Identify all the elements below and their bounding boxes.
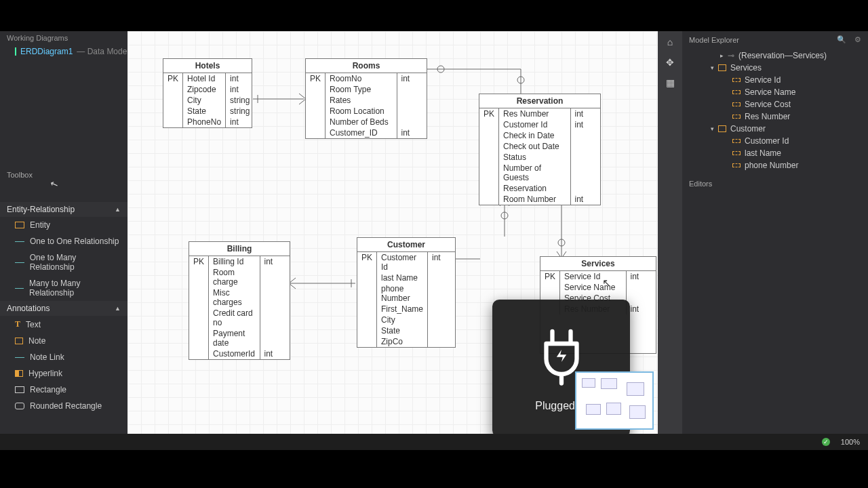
column-icon bbox=[732, 151, 741, 155]
entity-reservation[interactable]: Reservation PKRes NumberintCustomer Idin… bbox=[479, 94, 601, 205]
entity-columns: PKHotel IdintZipcodeintCitystringStatest… bbox=[163, 73, 254, 127]
column-icon bbox=[732, 78, 741, 82]
left-panel: Working Diagrams ERDDiagram1 — Data Mode… bbox=[0, 31, 127, 434]
tree-item-column[interactable]: Service Cost bbox=[686, 98, 864, 110]
palette-item[interactable]: Many to Many Relationship bbox=[0, 275, 127, 301]
palette-icon: T bbox=[15, 319, 20, 329]
entity-title: Reservation bbox=[479, 94, 600, 108]
column-icon bbox=[732, 102, 741, 106]
grid-icon[interactable]: ▦ bbox=[662, 75, 678, 91]
entity-columns: PKRoomNointRoom TypeRatesRoom LocationNu… bbox=[306, 73, 427, 138]
palette-icon bbox=[15, 403, 24, 409]
entity-title: Billing bbox=[189, 242, 290, 256]
palette-item[interactable]: Rectangle bbox=[0, 382, 127, 398]
column-icon bbox=[732, 139, 741, 143]
editors-header: Editors bbox=[682, 176, 868, 192]
palette-icon bbox=[15, 357, 24, 358]
tree-item-customer[interactable]: ▾ Customer bbox=[686, 123, 864, 135]
palette-label: Entity bbox=[30, 220, 50, 230]
palette-icon bbox=[15, 370, 23, 377]
tree-item-column[interactable]: phone Number bbox=[686, 159, 864, 171]
ann-group[interactable]: Annotations ▲ bbox=[0, 301, 127, 316]
tree-item-services[interactable]: ▾ Services bbox=[686, 62, 864, 74]
model-explorer-title: Model Explorer bbox=[689, 36, 739, 44]
palette-label: One to One Relationship bbox=[30, 237, 119, 246]
tree-label: phone Number bbox=[745, 161, 798, 170]
tree-item-column[interactable]: Res Number bbox=[686, 110, 864, 123]
column-icon bbox=[732, 115, 741, 119]
model-explorer-header: Model Explorer 🔍 ⚙ bbox=[682, 31, 868, 48]
palette-label: Note bbox=[28, 336, 45, 346]
tree-item-column[interactable]: Service Name bbox=[686, 86, 864, 98]
tree-label: Service Cost bbox=[745, 100, 791, 109]
diagram-tree-item[interactable]: ERDDiagram1 — Data Model1 bbox=[0, 45, 127, 58]
svg-point-9 bbox=[558, 239, 565, 246]
entity-customer[interactable]: Customer PKCustomer Idintlast Namephone … bbox=[357, 237, 456, 348]
palette-icon bbox=[15, 241, 24, 242]
tree-label: (Reservation—Services) bbox=[738, 51, 827, 60]
status-ok-icon: ✓ bbox=[822, 438, 830, 446]
tree-item-column[interactable]: Customer Id bbox=[686, 135, 864, 147]
toolbox-header: Toolbox bbox=[0, 167, 127, 183]
palette-label: Note Link bbox=[30, 352, 64, 362]
status-bar: ✓ 100% bbox=[0, 434, 868, 450]
tree-label: last Name bbox=[745, 148, 781, 158]
svg-point-7 bbox=[501, 212, 508, 219]
column-icon bbox=[732, 163, 741, 167]
svg-point-5 bbox=[517, 77, 524, 83]
palette-label: Many to Many Relationship bbox=[29, 279, 121, 298]
tree-label: Service Id bbox=[745, 75, 781, 85]
right-panel: Model Explorer 🔍 ⚙ ▸ ⊸ (Reservation—Serv… bbox=[682, 31, 868, 434]
search-icon[interactable]: 🔍 bbox=[837, 35, 846, 44]
entity-columns: PKRes NumberintCustomer IdintCheck in Da… bbox=[479, 108, 600, 205]
zoom-level[interactable]: 100% bbox=[841, 438, 860, 446]
palette-item[interactable]: Hyperlink bbox=[0, 365, 127, 382]
palette-label: Rectangle bbox=[30, 385, 66, 394]
palette-item[interactable]: One to Many Relationship bbox=[0, 249, 127, 275]
tree-label: Res Number bbox=[745, 112, 790, 121]
palette-item[interactable]: Rounded Rectangle bbox=[0, 398, 127, 414]
diagram-name: ERDDiagram1 bbox=[20, 47, 73, 56]
palette-label: Text bbox=[26, 320, 41, 329]
tree-label: Customer bbox=[730, 124, 766, 134]
palette-icon bbox=[15, 288, 24, 289]
palette-item[interactable]: One to One Relationship bbox=[0, 233, 127, 249]
palette-item[interactable]: Note bbox=[0, 333, 127, 349]
editors-title: Editors bbox=[689, 180, 712, 188]
tree-item-relationship[interactable]: ▸ ⊸ (Reservation—Services) bbox=[686, 49, 864, 62]
entity-title: Rooms bbox=[306, 59, 427, 73]
entity-title: Hotels bbox=[163, 59, 252, 73]
column-icon bbox=[732, 90, 741, 94]
ann-group-label: Annotations bbox=[7, 304, 50, 313]
working-diagrams-header: Working Diagrams bbox=[0, 31, 127, 45]
chevron-down-icon: ▾ bbox=[711, 125, 714, 132]
tree-item-column[interactable]: last Name bbox=[686, 147, 864, 159]
palette-icon bbox=[15, 222, 24, 228]
entity-hotels[interactable]: Hotels PKHotel IdintZipcodeintCitystring… bbox=[163, 58, 252, 128]
palette-item[interactable]: Note Link bbox=[0, 349, 127, 365]
collapse-icon: ▲ bbox=[115, 305, 121, 312]
entity-title: Services bbox=[540, 257, 656, 271]
home-button[interactable]: ⌂ bbox=[662, 34, 678, 50]
gear-icon[interactable]: ⚙ bbox=[854, 35, 861, 44]
entity-title: Customer bbox=[357, 238, 455, 252]
palette-icon bbox=[15, 386, 24, 393]
tree-item-column[interactable]: Service Id bbox=[686, 74, 864, 86]
expand-arrows-icon[interactable]: ✥ bbox=[662, 54, 678, 70]
letterbox-top bbox=[0, 0, 868, 31]
diagram-canvas[interactable]: Hotels PKHotel IdintZipcodeintCitystring… bbox=[127, 31, 658, 434]
palette-item[interactable]: TText bbox=[0, 316, 127, 333]
chevron-down-icon: ▾ bbox=[711, 64, 714, 71]
entity-rooms[interactable]: Rooms PKRoomNointRoom TypeRatesRoom Loca… bbox=[305, 58, 427, 139]
palette-item[interactable]: Entity bbox=[0, 217, 127, 233]
entity-billing[interactable]: Billing PKBilling IdintRoom chargeMisc c… bbox=[189, 241, 290, 360]
entity-icon bbox=[718, 64, 726, 71]
entity-columns: PKBilling IdintRoom chargeMisc chargesCr… bbox=[189, 256, 290, 359]
diagram-subname: — Data Model1 bbox=[77, 47, 133, 56]
palette-label: Hyperlink bbox=[28, 369, 62, 378]
tree-label: Services bbox=[730, 63, 762, 73]
tree-label: Service Name bbox=[745, 87, 795, 97]
entity-icon bbox=[718, 125, 726, 132]
minimap[interactable] bbox=[575, 371, 654, 430]
palette-label: Rounded Rectangle bbox=[30, 401, 102, 411]
